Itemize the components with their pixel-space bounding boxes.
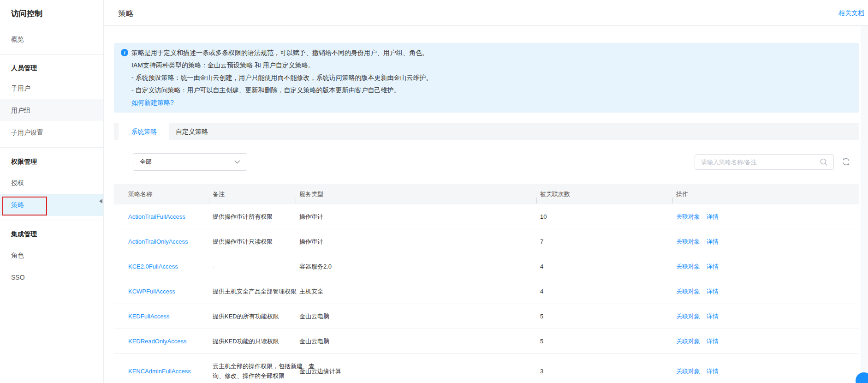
sidebar-item-subuser-settings[interactable]: 子用户设置 [0,121,103,144]
info-line: - 系统预设策略：统一由金山云创建，用户只能使用而不能修改，系统访问策略的版本更… [121,72,851,84]
tab-bar: 系统策略 自定义策略 [114,123,859,140]
sidebar-item-policy[interactable]: 策略 [0,194,103,216]
details-link[interactable]: 详情 [707,238,719,245]
policy-service-type: 容器服务2.0 [296,255,536,278]
info-banner: i 策略是用于定义和描述一条或多条权限的语法规范，可以赋予、撤销给不同的身份用户… [114,43,859,113]
associate-objects-link[interactable]: 关联对象 [676,368,700,375]
search-box [695,154,834,170]
policy-table: 策略名称 备注 服务类型 被关联次数 操作 ActionTrailFullAcc… [114,184,859,383]
table-header-row: 策略名称 备注 服务类型 被关联次数 操作 [114,184,859,204]
table-row: KEDFullAccess 提供KED的所有功能权限 金山云电脑 5 关联对象 … [114,304,859,329]
sidebar-title: 访问控制 [0,0,103,28]
tab-system-policy[interactable]: 系统策略 [119,123,169,140]
col-header-policy-name: 策略名称 [114,190,209,198]
info-line: IAM支持两种类型的策略：金山云预设策略 和 用户自定义策略。 [121,59,851,72]
service-type-dropdown[interactable]: 全部 [133,153,247,171]
associate-objects-link[interactable]: 关联对象 [676,288,700,295]
policy-name-link[interactable]: KEDReadOnlyAccess [128,338,186,345]
policy-service-type: 金山云边缘计算 [296,359,536,383]
sidebar-section-personnel: 人员管理 [0,59,103,77]
main-area: 策略 相关文档 i 策略是用于定义和描述一条或多条权限的语法规范，可以赋予、撤销… [104,0,868,383]
chevron-down-icon [234,160,240,164]
policy-link-count: 4 [536,280,672,303]
policy-name-link[interactable]: ActionTrailOnlyAccess [128,238,188,245]
sidebar-divider [0,147,103,148]
sidebar-section-integration: 集成管理 [0,224,103,244]
refresh-icon[interactable] [841,157,850,167]
policy-link-count: 5 [536,305,672,328]
details-link[interactable]: 详情 [707,313,719,320]
sidebar-item-usergroup[interactable]: 用户组 [0,99,103,121]
sidebar-item-subuser[interactable]: 子用户 [0,77,103,99]
table-row: ActionTrailOnlyAccess 提供操作审计只读权限 操作审计 7 … [114,229,859,254]
search-icon[interactable] [820,158,828,167]
policy-link-count: 7 [536,230,672,253]
search-input[interactable] [701,159,816,166]
policy-name-link[interactable]: KCE2.0FullAccess [128,263,178,270]
info-line: 策略是用于定义和描述一条或多条权限的语法规范，可以赋予、撤销给不同的身份用户、用… [121,47,851,59]
info-icon: i [121,49,128,56]
details-link[interactable]: 详情 [707,213,719,220]
page-header: 策略 相关文档 [104,0,868,26]
sidebar-item-authorization[interactable]: 授权 [0,172,103,194]
sidebar-item-sso[interactable]: SSO [0,266,103,288]
sidebar-item-overview[interactable]: 概览 [0,28,103,51]
policy-service-type: 操作审计 [296,205,536,228]
col-header-link-count: 被关联次数 [536,190,672,198]
policy-link-count: 10 [536,205,672,228]
policy-name-link[interactable]: KEDFullAccess [128,313,170,320]
table-row: KCWPFullAccess 提供主机安全产品全部管理权限 主机安全 4 关联对… [114,279,859,304]
details-link[interactable]: 详情 [707,288,719,295]
table-row: KCE2.0FullAccess - 容器服务2.0 4 关联对象 详情 [114,254,859,279]
collapse-left-icon[interactable] [99,199,102,203]
sidebar: 访问控制 概览 人员管理 子用户 用户组 子用户设置 权限管理 授权 策略 集成… [0,0,104,383]
details-link[interactable]: 详情 [707,368,719,375]
tab-custom-policy[interactable]: 自定义策略 [169,123,214,140]
associate-objects-link[interactable]: 关联对象 [676,263,700,270]
details-link[interactable]: 详情 [707,263,719,270]
policy-service-type: 操作审计 [296,230,536,253]
col-header-actions: 操作 [672,190,859,198]
related-docs-link[interactable]: 相关文档 [838,9,864,18]
table-row: KEDReadOnlyAccess 提供KED功能的只读权限 金山云电脑 5 关… [114,329,859,354]
content: i 策略是用于定义和描述一条或多条权限的语法规范，可以赋予、撤销给不同的身份用户… [114,26,859,383]
table-row: ActionTrailFullAccess 提供操作审计所有权限 操作审计 10… [114,204,859,229]
details-link[interactable]: 详情 [707,338,719,345]
sidebar-item-role[interactable]: 角色 [0,244,103,266]
associate-objects-link[interactable]: 关联对象 [676,213,700,220]
dropdown-value: 全部 [140,158,152,166]
policy-link-count: 5 [536,329,672,353]
policy-service-type: 主机安全 [296,280,536,303]
policy-service-type: 金山云电脑 [296,305,536,328]
iam-console-page: 访问控制 概览 人员管理 子用户 用户组 子用户设置 权限管理 授权 策略 集成… [0,0,868,383]
sidebar-divider [0,220,103,220]
right-scroll-gutter[interactable] [861,26,868,383]
info-line: - 自定义访问策略：用户可以自主创建、更新和删除，自定义策略的版本更新由客户自己… [121,84,851,96]
associate-objects-link[interactable]: 关联对象 [676,338,700,345]
policy-link-count: 4 [536,255,672,278]
associate-objects-link[interactable]: 关联对象 [676,238,700,245]
filter-controls: 全部 [114,153,859,171]
page-title: 策略 [118,8,134,19]
policy-link-count: 3 [536,359,672,383]
policy-name-link[interactable]: KCWPFullAccess [128,288,175,295]
table-row: KENCAdminFullAccess 云主机全部的操作权限，包括新建、查询、修… [114,354,859,383]
col-header-remark: 备注 [209,190,296,198]
policy-service-type: 金山云电脑 [296,329,536,353]
associate-objects-link[interactable]: 关联对象 [676,313,700,320]
sidebar-section-permission: 权限管理 [0,151,103,172]
how-to-create-policy-link[interactable]: 如何新建策略? [131,96,174,109]
policy-name-link[interactable]: KENCAdminFullAccess [128,368,191,375]
col-header-service-type: 服务类型 [296,190,536,198]
sidebar-divider [0,54,103,55]
policy-name-link[interactable]: ActionTrailFullAccess [128,213,185,220]
